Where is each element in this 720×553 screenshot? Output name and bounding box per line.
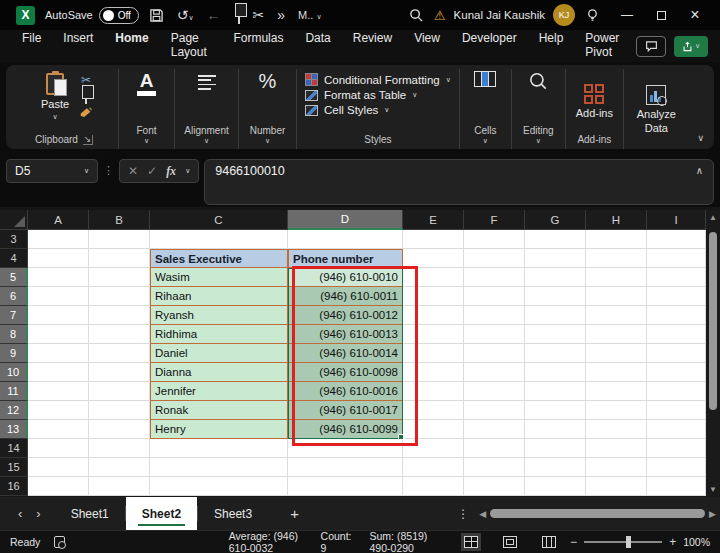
save-icon[interactable] <box>149 8 164 23</box>
column-header-H[interactable]: H <box>586 210 647 230</box>
cell-B6[interactable] <box>89 287 150 306</box>
cell-A4[interactable] <box>28 249 89 268</box>
row-header-4[interactable]: 4 <box>0 249 28 268</box>
cell-G16[interactable] <box>525 477 586 496</box>
cell-G12[interactable] <box>525 401 586 420</box>
cell-E15[interactable] <box>403 458 464 477</box>
cell-D13[interactable]: (946) 610-0099 <box>288 420 403 439</box>
cell-G14[interactable] <box>525 439 586 458</box>
row-header-3[interactable]: 3 <box>0 230 28 249</box>
cell-I15[interactable] <box>647 458 706 477</box>
cell-G7[interactable] <box>525 306 586 325</box>
cell-H6[interactable] <box>586 287 647 306</box>
confirm-entry-icon[interactable]: ✓ <box>147 164 157 178</box>
zoom-out-icon[interactable]: − <box>570 535 577 549</box>
cell-C16[interactable] <box>150 477 288 496</box>
cell-H15[interactable] <box>586 458 647 477</box>
cell-E5[interactable] <box>403 268 464 287</box>
cell-G15[interactable] <box>525 458 586 477</box>
maximize-button[interactable] <box>644 1 678 29</box>
row-header-14[interactable]: 14 <box>0 439 28 458</box>
cell-G8[interactable] <box>525 325 586 344</box>
vertical-scrollbar[interactable]: ▲ ▼ <box>706 210 720 497</box>
macro-record-icon[interactable] <box>54 536 64 548</box>
cell-C12[interactable]: Ronak <box>150 401 288 420</box>
menu-tab-view[interactable]: View <box>404 25 450 67</box>
row-header-7[interactable]: 7 <box>0 306 28 325</box>
page-break-view-icon[interactable] <box>542 536 556 548</box>
cell-G9[interactable] <box>525 344 586 363</box>
cell-G5[interactable] <box>525 268 586 287</box>
cell-E4[interactable] <box>403 249 464 268</box>
paste-button[interactable]: Paste ∨ <box>35 71 75 123</box>
share-button[interactable]: ∨ <box>674 36 708 57</box>
sheet-nav-right-icon[interactable]: › <box>36 506 40 521</box>
horizontal-scroll-thumb[interactable] <box>490 509 705 518</box>
scroll-down-icon[interactable]: ▼ <box>709 485 717 494</box>
column-header-E[interactable]: E <box>403 210 464 230</box>
cancel-entry-icon[interactable]: ✕ <box>128 164 138 178</box>
menu-tab-home[interactable]: Home <box>105 25 158 67</box>
cell-B3[interactable] <box>89 230 150 249</box>
cell-E10[interactable] <box>403 363 464 382</box>
cut-icon[interactable]: ✂ <box>253 8 265 22</box>
cell-I8[interactable] <box>647 325 706 344</box>
cell-H10[interactable] <box>586 363 647 382</box>
cell-H9[interactable] <box>586 344 647 363</box>
cell-F16[interactable] <box>464 477 525 496</box>
zoom-slider[interactable] <box>584 541 662 543</box>
cell-I5[interactable] <box>647 268 706 287</box>
menu-tab-power-pivot[interactable]: Power Pivot <box>575 25 634 67</box>
cell-B14[interactable] <box>89 439 150 458</box>
autosave-control[interactable]: AutoSave Off <box>45 7 139 24</box>
zoom-slider-thumb[interactable] <box>626 536 631 548</box>
cell-I13[interactable] <box>647 420 706 439</box>
column-header-G[interactable]: G <box>525 210 586 230</box>
number-group[interactable]: % Number ∨ <box>238 69 296 149</box>
cell-D8[interactable]: (946) 610-0013 <box>288 325 403 344</box>
cell-C6[interactable]: Rihaan <box>150 287 288 306</box>
cell-F11[interactable] <box>464 382 525 401</box>
cell-H3[interactable] <box>586 230 647 249</box>
menu-tab-file[interactable]: File <box>12 25 51 67</box>
horizontal-scrollbar[interactable]: ◀ ▶ <box>479 509 716 519</box>
cell-A15[interactable] <box>28 458 89 477</box>
vertical-scroll-thumb[interactable] <box>709 232 717 410</box>
cell-C5[interactable]: Wasim <box>150 268 288 287</box>
cell-C3[interactable] <box>150 230 288 249</box>
cell-I7[interactable] <box>647 306 706 325</box>
cell-A14[interactable] <box>28 439 89 458</box>
undo-button[interactable]: ↺∨ <box>177 8 194 22</box>
row-header-11[interactable]: 11 <box>0 382 28 401</box>
format-painter-button[interactable] <box>79 106 93 119</box>
row-header-10[interactable]: 10 <box>0 363 28 382</box>
cell-D7[interactable]: (946) 610-0012 <box>288 306 403 325</box>
autosave-toggle[interactable]: Off <box>99 7 139 24</box>
scroll-left-icon[interactable]: ◀ <box>479 509 486 519</box>
expand-formula-bar-icon[interactable]: ∧ <box>696 165 703 176</box>
cell-F10[interactable] <box>464 363 525 382</box>
collapse-ribbon-icon[interactable]: ∨ <box>697 133 704 143</box>
editing-group[interactable]: Editing ∨ <box>511 69 565 149</box>
row-header-6[interactable]: 6 <box>0 287 28 306</box>
cell-G11[interactable] <box>525 382 586 401</box>
cell-B13[interactable] <box>89 420 150 439</box>
cells-group[interactable]: Cells ∨ <box>459 69 511 149</box>
select-all-button[interactable] <box>0 210 28 230</box>
cell-D16[interactable] <box>288 477 403 496</box>
cell-D9[interactable]: (946) 610-0014 <box>288 344 403 363</box>
cell-D15[interactable] <box>288 458 403 477</box>
cell-E6[interactable] <box>403 287 464 306</box>
zoom-level[interactable]: 100% <box>683 536 710 548</box>
cell-H11[interactable] <box>586 382 647 401</box>
cell-B10[interactable] <box>89 363 150 382</box>
search-icon[interactable] <box>409 8 424 23</box>
avatar[interactable]: KJ <box>553 4 575 26</box>
cell-E3[interactable] <box>403 230 464 249</box>
cell-C13[interactable]: Henry <box>150 420 288 439</box>
cell-I11[interactable] <box>647 382 706 401</box>
cell-F3[interactable] <box>464 230 525 249</box>
account-control[interactable]: ⚠ Kunal Jai Kaushik KJ <box>434 4 575 26</box>
cell-E9[interactable] <box>403 344 464 363</box>
cell-B5[interactable] <box>89 268 150 287</box>
